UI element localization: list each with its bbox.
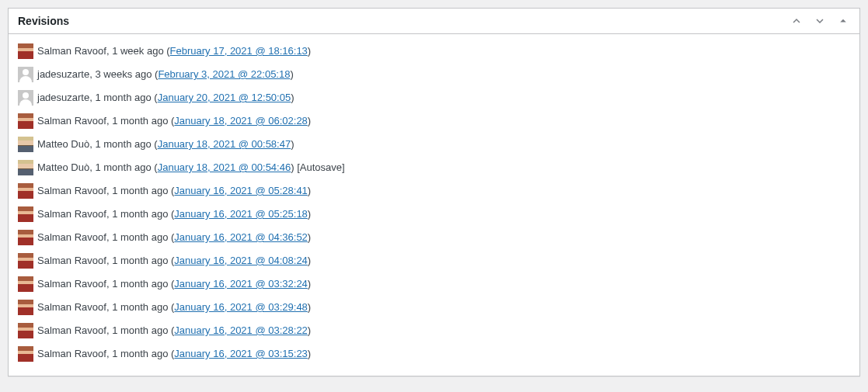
revision-relative-time: 1 month ago: [112, 185, 168, 196]
revision-suffix: [Autosave]: [295, 161, 345, 173]
caret-up-icon: [836, 14, 850, 28]
revision-item: Salman Ravoof, 1 month ago (January 16, …: [18, 343, 850, 366]
revision-item: Salman Ravoof, 1 month ago (January 16, …: [18, 273, 850, 297]
revision-relative-time: 1 month ago: [112, 255, 168, 266]
avatar: [18, 253, 33, 269]
avatar: [18, 137, 33, 152]
revision-relative-time: 1 month ago: [112, 115, 168, 127]
revision-relative-time: 1 month ago: [95, 138, 151, 150]
revision-author: Salman Ravoof: [37, 255, 106, 266]
revision-author: Salman Ravoof: [37, 45, 106, 57]
panel-body: Salman Ravoof, 1 week ago (February 17, …: [9, 34, 859, 376]
revision-text: Matteo Duò, 1 month ago (January 18, 202…: [37, 160, 345, 175]
revision-item: Salman Ravoof, 1 month ago (January 16, …: [18, 203, 850, 227]
revision-link[interactable]: January 16, 2021 @ 03:32:24: [174, 278, 308, 290]
revision-text: Salman Ravoof, 1 month ago (January 16, …: [37, 230, 311, 245]
move-down-button[interactable]: [808, 11, 831, 31]
revision-author: Salman Ravoof: [37, 301, 106, 313]
avatar: [18, 230, 33, 245]
revision-link[interactable]: January 16, 2021 @ 03:28:22: [174, 324, 308, 336]
revision-relative-time: 3 weeks ago: [95, 68, 152, 80]
revision-author: jadesuzarte: [37, 92, 89, 103]
revision-text: Salman Ravoof, 1 month ago (January 18, …: [37, 113, 311, 129]
revision-item: Salman Ravoof, 1 month ago (January 16, …: [18, 320, 850, 343]
avatar: [18, 183, 33, 199]
revision-author: Matteo Duò: [37, 138, 89, 150]
revision-relative-time: 1 month ago: [95, 161, 151, 173]
revision-text: Salman Ravoof, 1 month ago (January 16, …: [37, 183, 311, 199]
revision-author: Salman Ravoof: [37, 208, 106, 220]
revision-text: Salman Ravoof, 1 month ago (January 16, …: [37, 253, 311, 269]
revision-relative-time: 1 month ago: [112, 324, 168, 336]
revision-link[interactable]: January 16, 2021 @ 04:36:52: [174, 231, 308, 243]
revision-item: Matteo Duò, 1 month ago (January 18, 202…: [18, 134, 850, 157]
revision-text: jadesuzarte, 1 month ago (January 20, 20…: [37, 90, 295, 106]
revision-item: Salman Ravoof, 1 month ago (January 16, …: [18, 297, 850, 320]
chevron-up-icon: [790, 14, 804, 28]
revision-link[interactable]: January 20, 2021 @ 12:50:05: [158, 92, 291, 103]
revision-author: Salman Ravoof: [37, 348, 106, 359]
revision-text: Salman Ravoof, 1 week ago (February 17, …: [37, 43, 311, 59]
revision-item: Salman Ravoof, 1 week ago (February 17, …: [18, 40, 850, 64]
revision-relative-time: 1 month ago: [112, 208, 168, 220]
avatar: [18, 323, 33, 338]
revision-relative-time: 1 week ago: [112, 45, 164, 57]
revisions-panel: Revisions Salman Ravoof, 1 week ago (Feb…: [8, 8, 860, 376]
revisions-list: Salman Ravoof, 1 week ago (February 17, …: [18, 40, 850, 366]
revision-link[interactable]: January 16, 2021 @ 05:28:41: [174, 185, 308, 196]
revision-author: Salman Ravoof: [37, 231, 106, 243]
revision-link[interactable]: January 16, 2021 @ 05:25:18: [174, 208, 308, 220]
revision-link[interactable]: January 16, 2021 @ 03:15:23: [174, 348, 308, 359]
avatar: [18, 90, 33, 106]
revision-link[interactable]: January 16, 2021 @ 03:29:48: [174, 301, 308, 313]
revision-relative-time: 1 month ago: [112, 231, 168, 243]
revision-link[interactable]: January 16, 2021 @ 04:08:24: [174, 255, 308, 266]
revision-relative-time: 1 month ago: [112, 301, 168, 313]
avatar: [18, 113, 33, 129]
revision-author: jadesuzarte: [37, 68, 89, 80]
revision-item: Salman Ravoof, 1 month ago (January 16, …: [18, 180, 850, 203]
revision-item: jadesuzarte, 1 month ago (January 20, 20…: [18, 87, 850, 110]
revision-link[interactable]: January 18, 2021 @ 00:58:47: [158, 138, 291, 150]
panel-title: Revisions: [9, 9, 785, 33]
revision-text: Salman Ravoof, 1 month ago (January 16, …: [37, 276, 311, 292]
revision-author: Salman Ravoof: [37, 278, 106, 290]
avatar: [18, 346, 33, 362]
avatar: [18, 67, 33, 82]
avatar: [18, 276, 33, 292]
revision-link[interactable]: February 3, 2021 @ 22:05:18: [158, 68, 290, 80]
chevron-down-icon: [813, 14, 827, 28]
revision-text: jadesuzarte, 3 weeks ago (February 3, 20…: [37, 67, 294, 82]
revision-item: Matteo Duò, 1 month ago (January 18, 202…: [18, 157, 850, 180]
revision-text: Matteo Duò, 1 month ago (January 18, 202…: [37, 137, 295, 152]
revision-relative-time: 1 month ago: [95, 92, 151, 103]
avatar: [18, 160, 33, 175]
move-up-button[interactable]: [785, 11, 808, 31]
avatar: [18, 300, 33, 315]
revision-link[interactable]: February 17, 2021 @ 18:16:13: [170, 45, 308, 57]
revision-text: Salman Ravoof, 1 month ago (January 16, …: [37, 300, 311, 315]
revision-author: Salman Ravoof: [37, 115, 106, 127]
revision-relative-time: 1 month ago: [112, 348, 168, 359]
revision-text: Salman Ravoof, 1 month ago (January 16, …: [37, 346, 311, 362]
panel-header: Revisions: [9, 9, 859, 34]
revision-item: jadesuzarte, 3 weeks ago (February 3, 20…: [18, 64, 850, 87]
avatar: [18, 43, 33, 59]
revision-author: Salman Ravoof: [37, 185, 106, 196]
toggle-panel-button[interactable]: [831, 11, 855, 31]
revision-relative-time: 1 month ago: [112, 278, 168, 290]
revision-link[interactable]: January 18, 2021 @ 00:54:46: [158, 161, 291, 173]
revision-item: Salman Ravoof, 1 month ago (January 16, …: [18, 250, 850, 273]
revision-item: Salman Ravoof, 1 month ago (January 16, …: [18, 227, 850, 250]
revision-author: Matteo Duò: [37, 161, 89, 173]
avatar: [18, 206, 33, 222]
revision-link[interactable]: January 18, 2021 @ 06:02:28: [174, 115, 308, 127]
revision-item: Salman Ravoof, 1 month ago (January 18, …: [18, 110, 850, 134]
revision-text: Salman Ravoof, 1 month ago (January 16, …: [37, 323, 311, 338]
revision-text: Salman Ravoof, 1 month ago (January 16, …: [37, 206, 311, 222]
panel-actions: [785, 11, 859, 31]
revision-author: Salman Ravoof: [37, 324, 106, 336]
